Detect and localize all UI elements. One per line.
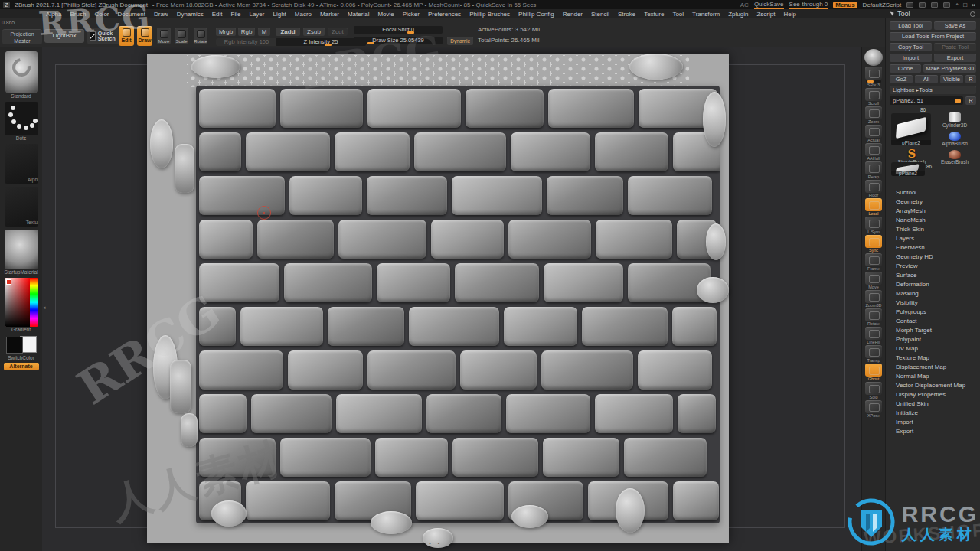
- shelf-local-button[interactable]: Local: [864, 198, 884, 216]
- menu-stencil[interactable]: Stencil: [591, 11, 609, 18]
- mrgb-button[interactable]: Mrgb: [216, 28, 236, 36]
- active-tool-thumbnail[interactable]: pPlane2: [891, 113, 931, 145]
- shelf-transp-button[interactable]: Transp: [864, 345, 884, 363]
- section-masking[interactable]: Masking: [890, 289, 976, 298]
- section-surface[interactable]: Surface: [890, 271, 976, 280]
- section-polygroups[interactable]: Polygroups: [890, 308, 976, 317]
- shelf-persp-button[interactable]: Persp: [864, 161, 884, 179]
- section-geometry-hd[interactable]: Geometry HD: [890, 253, 976, 262]
- draw-size-slider[interactable]: Draw Size 25.05439: [354, 37, 443, 44]
- shelf-ghost-button[interactable]: Ghost: [864, 364, 884, 381]
- menu-preferences[interactable]: Preferences: [428, 11, 461, 18]
- user-icon[interactable]: [931, 2, 938, 8]
- color-picker[interactable]: Gradient: [5, 278, 38, 332]
- shelf-floor-button[interactable]: Floor: [864, 180, 884, 197]
- menu-marker[interactable]: Marker: [320, 11, 339, 18]
- shelf-xpose-button[interactable]: XPose: [864, 400, 884, 418]
- tool-thumb-alphabrush[interactable]: AlphaBrush: [934, 132, 975, 146]
- canvas-scroll-notch[interactable]: ˇ ˇ: [429, 542, 443, 549]
- section-thick-skin[interactable]: Thick Skin: [890, 225, 976, 234]
- gear-icon[interactable]: [943, 2, 950, 8]
- refresh-icon[interactable]: [970, 11, 975, 17]
- edit-button[interactable]: Edit: [119, 26, 134, 46]
- menu-light[interactable]: Light: [273, 11, 286, 18]
- lightbox-tools-button[interactable]: Lightbox ▸Tools: [890, 86, 976, 94]
- section-unified-skin[interactable]: Unified Skin: [890, 399, 976, 409]
- z-intensity-slider[interactable]: Z Intensity 25: [276, 38, 366, 46]
- export-button[interactable]: Export: [934, 54, 976, 62]
- section-nanomesh[interactable]: NanoMesh: [890, 216, 976, 225]
- menu-tool[interactable]: Tool: [672, 11, 684, 18]
- shelf-scroll-button[interactable]: Scroll: [864, 88, 884, 106]
- goz-visible-button[interactable]: Visible: [940, 75, 963, 83]
- slider-r-button[interactable]: R: [965, 96, 976, 105]
- menu-transform[interactable]: Transform: [692, 11, 720, 18]
- tool-thumb-eraserbrush[interactable]: EraserBrush: [934, 150, 975, 165]
- section-display-properties[interactable]: Display Properties: [890, 390, 976, 399]
- color-picker-icon[interactable]: [5, 278, 38, 327]
- see-through-slider[interactable]: See-through 0: [789, 1, 828, 9]
- menu-file[interactable]: File: [231, 11, 241, 18]
- section-displacement-map[interactable]: Displacement Map: [890, 363, 976, 372]
- shelf-linefill-button[interactable]: LineFill: [864, 327, 884, 344]
- menu-dynamics[interactable]: Dynamics: [177, 11, 204, 18]
- shelf-zoom3d-button[interactable]: Zoom3D: [864, 290, 884, 308]
- tool-thumb-cylinder3d[interactable]: Cylinder3D: [934, 112, 975, 128]
- section-visibility[interactable]: Visibility: [890, 298, 976, 308]
- menu-help[interactable]: Help: [783, 11, 795, 18]
- menu-stroke[interactable]: Stroke: [618, 11, 635, 18]
- menu-material[interactable]: Material: [348, 11, 369, 18]
- shelf-rotate-button[interactable]: Rotate: [864, 308, 884, 326]
- menu-edit[interactable]: Edit: [212, 11, 223, 18]
- default-zscript-button[interactable]: DefaultZScript: [863, 2, 902, 8]
- primary-color-swatch[interactable]: [6, 337, 23, 354]
- shelf-spix-3-button[interactable]: SPix 3: [864, 67, 884, 87]
- section-geometry[interactable]: Geometry: [890, 197, 976, 207]
- section-subtool[interactable]: Subtool: [890, 188, 976, 197]
- menu-alpha[interactable]: Alpha: [46, 11, 61, 18]
- m-button[interactable]: M: [258, 28, 270, 36]
- projection-master-button[interactable]: Projection Master: [2, 29, 42, 44]
- goz-button[interactable]: GoZ: [890, 75, 913, 83]
- shelf-move-button[interactable]: Move: [864, 272, 884, 289]
- menus-button[interactable]: Menus: [833, 2, 857, 8]
- menu-macro[interactable]: Macro: [295, 11, 312, 18]
- active-tool-slider[interactable]: pPlane2. 51: [890, 96, 963, 105]
- section-morph-target[interactable]: Morph Target: [890, 326, 976, 335]
- menu-texture[interactable]: Texture: [644, 11, 664, 18]
- load-tools-from-project-button[interactable]: Load Tools From Project: [890, 32, 976, 41]
- menu-picker[interactable]: Picker: [403, 11, 420, 18]
- goz-r-button[interactable]: R: [965, 75, 976, 83]
- switch-color[interactable]: SwitchColor: [5, 335, 38, 360]
- rotate-button[interactable]: Rotate: [194, 28, 207, 44]
- current-alpha[interactable]: Alpha Off: [5, 144, 38, 184]
- section-contact[interactable]: Contact: [890, 317, 976, 326]
- section-deformation[interactable]: Deformation: [890, 280, 976, 289]
- make-polymesh3d-button[interactable]: Make PolyMesh3D: [923, 64, 976, 73]
- menu-draw[interactable]: Draw: [154, 11, 168, 18]
- current-stroke[interactable]: Dots: [5, 102, 38, 141]
- quicksave-button[interactable]: QuickSave: [754, 1, 784, 9]
- section-preview[interactable]: Preview: [890, 262, 976, 271]
- zsub-button[interactable]: Zsub: [303, 28, 325, 36]
- quick-sketch-button[interactable]: Quick Sketch: [87, 28, 119, 44]
- shelf-zoom-button[interactable]: Zoom: [864, 106, 884, 124]
- menu-zplugin[interactable]: Zplugin: [728, 11, 748, 18]
- zcut-button[interactable]: Zcut: [328, 28, 348, 36]
- menu-movie[interactable]: Movie: [377, 11, 394, 18]
- menu-phillip-config[interactable]: Phillip Config: [518, 11, 554, 18]
- section-export[interactable]: Export: [890, 427, 976, 436]
- section-initialize[interactable]: Initialize: [890, 409, 976, 418]
- rgb-button[interactable]: Rgb: [238, 28, 255, 36]
- menu-document[interactable]: Document: [118, 11, 145, 18]
- save-as-button[interactable]: Save As: [934, 21, 976, 30]
- section-fibermesh[interactable]: FiberMesh: [890, 243, 976, 253]
- focal-shift-slider[interactable]: Focal Shift 0: [354, 26, 443, 34]
- current-brush[interactable]: Standard: [5, 51, 38, 99]
- menu-phillip-brushes[interactable]: Phillip Brushes: [469, 11, 510, 18]
- shelf-frame-button[interactable]: Frame: [864, 253, 884, 271]
- menu-layer[interactable]: Layer: [249, 11, 264, 18]
- dynamic-button[interactable]: Dynamic: [447, 37, 473, 45]
- shelf-actual-button[interactable]: Actual: [864, 125, 884, 142]
- section-normal-map[interactable]: Normal Map: [890, 372, 976, 381]
